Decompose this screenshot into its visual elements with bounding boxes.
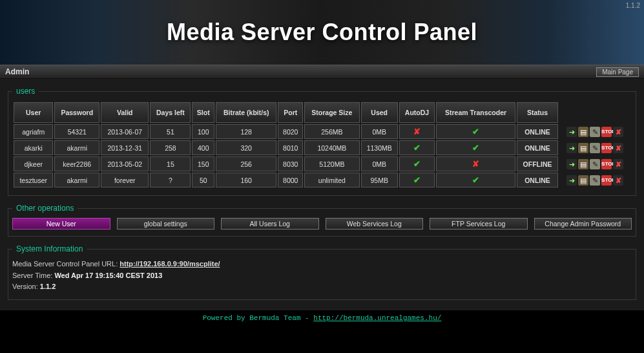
web-services-log-button[interactable]: Web Services Log bbox=[326, 218, 424, 230]
table-row: akarkiakarmi2013-12-31258400320801010240… bbox=[14, 140, 630, 155]
cell-used: 0MB bbox=[361, 156, 398, 171]
cell-bitrate: 256 bbox=[216, 156, 276, 171]
cell-days-left: ? bbox=[150, 173, 191, 187]
delete-user-icon[interactable]: ✘ bbox=[613, 143, 623, 153]
change-admin-password-button[interactable]: Change Admin Password bbox=[534, 218, 632, 230]
system-information-legend: System Information bbox=[12, 244, 87, 253]
login-as-icon[interactable]: ➜ bbox=[566, 143, 577, 153]
cell-bitrate: 320 bbox=[216, 140, 276, 155]
sysinfo-version-label: Version: bbox=[12, 283, 40, 290]
cell-user: tesztuser bbox=[14, 173, 53, 187]
cross-icon: ✘ bbox=[472, 159, 479, 169]
cell-bitrate: 160 bbox=[216, 173, 276, 187]
cell-password: keer2286 bbox=[54, 156, 99, 171]
cell-password: akarmi bbox=[54, 173, 99, 187]
users-col-11: Status bbox=[517, 102, 558, 123]
cell-status: OFFLINE bbox=[517, 156, 558, 171]
sysinfo-url-link[interactable]: http://192.168.0.9:90/mscplite/ bbox=[119, 260, 220, 268]
login-as-icon[interactable]: ➜ bbox=[566, 127, 577, 137]
cell-actions: ➜▤✎STOP✘ bbox=[559, 173, 630, 187]
cell-slot: 150 bbox=[192, 156, 214, 171]
cell-used: 0MB bbox=[361, 124, 398, 139]
users-col-3: Days left bbox=[150, 102, 191, 123]
users-fieldset: users UserPasswordValidDays leftSlotBitr… bbox=[8, 87, 636, 196]
footer: Powered by Bermuda Team - http://bermuda… bbox=[0, 310, 644, 328]
footer-link[interactable]: http://bermuda.unrealgames.hu/ bbox=[313, 314, 441, 322]
new-user-button[interactable]: New User bbox=[12, 218, 110, 230]
cell-days-left: 51 bbox=[150, 124, 191, 139]
ftp-services-log-button[interactable]: FTP Services Log bbox=[430, 218, 528, 230]
stop-user-icon[interactable]: STOP bbox=[601, 159, 612, 169]
delete-user-icon[interactable]: ✘ bbox=[613, 127, 623, 137]
edit-user-icon[interactable]: ✎ bbox=[590, 175, 600, 186]
login-as-icon[interactable]: ➜ bbox=[566, 175, 577, 186]
stop-user-icon[interactable]: STOP bbox=[601, 175, 612, 186]
cell-storage: 10240MB bbox=[304, 140, 359, 155]
cell-slot: 400 bbox=[192, 140, 214, 155]
cell-password: 54321 bbox=[54, 124, 99, 139]
users-col-10: Stream Transcoder bbox=[436, 102, 515, 123]
cell-actions: ➜▤✎STOP✘ bbox=[559, 156, 630, 171]
cell-valid: 2013-06-07 bbox=[101, 124, 149, 139]
table-row: tesztuserakarmiforever?501608000unlimite… bbox=[14, 173, 630, 187]
cell-valid: forever bbox=[101, 173, 149, 187]
cell-port: 8000 bbox=[278, 173, 303, 187]
cell-storage: 256MB bbox=[304, 124, 359, 139]
delete-user-icon[interactable]: ✘ bbox=[613, 175, 623, 186]
cell-password: akarmi bbox=[54, 140, 99, 155]
cell-bitrate: 128 bbox=[216, 124, 276, 139]
cell-autodj: ✔ bbox=[399, 156, 435, 171]
cell-transcoder: ✔ bbox=[436, 124, 515, 139]
sysinfo-url-label: Media Server Control Panel URL: bbox=[12, 260, 119, 268]
footer-text: Powered by Bermuda Team - bbox=[203, 314, 314, 322]
cell-autodj: ✔ bbox=[399, 173, 435, 187]
sysinfo-time: Wed Apr 17 19:15:40 CEST 2013 bbox=[54, 272, 162, 279]
users-col-1: Password bbox=[54, 102, 99, 123]
cell-storage: unlimited bbox=[304, 173, 359, 187]
sysinfo-version: 1.1.2 bbox=[40, 283, 56, 290]
version-top: 1.1.2 bbox=[626, 2, 640, 9]
cell-slot: 50 bbox=[192, 173, 214, 187]
login-as-icon[interactable]: ➜ bbox=[566, 159, 577, 169]
users-legend: users bbox=[12, 87, 39, 96]
cell-actions: ➜▤✎STOP✘ bbox=[559, 140, 630, 155]
check-icon: ✔ bbox=[472, 127, 479, 136]
view-log-icon[interactable]: ▤ bbox=[578, 175, 588, 186]
check-icon: ✔ bbox=[413, 175, 421, 185]
cell-storage: 5120MB bbox=[304, 156, 359, 171]
users-col-actions bbox=[559, 102, 630, 123]
edit-user-icon[interactable]: ✎ bbox=[590, 143, 600, 153]
cell-autodj: ✘ bbox=[399, 124, 435, 139]
all-users-log-button[interactable]: All Users Log bbox=[221, 218, 319, 230]
check-icon: ✔ bbox=[413, 143, 421, 153]
system-information-fieldset: System Information Media Server Control … bbox=[8, 244, 636, 300]
view-log-icon[interactable]: ▤ bbox=[578, 143, 588, 153]
page-title: Media Server Control Panel bbox=[167, 19, 477, 46]
table-row: agriafm543212013-06-07511001288020256MB0… bbox=[14, 124, 630, 139]
cross-icon: ✘ bbox=[413, 127, 421, 136]
edit-user-icon[interactable]: ✎ bbox=[590, 127, 600, 137]
users-col-7: Storage Size bbox=[304, 102, 359, 123]
header-banner: 1.1.2 Media Server Control Panel bbox=[0, 0, 644, 65]
cell-days-left: 258 bbox=[150, 140, 191, 155]
sysinfo-time-label: Server Time: bbox=[12, 272, 54, 279]
delete-user-icon[interactable]: ✘ bbox=[613, 159, 623, 169]
cell-transcoder: ✔ bbox=[436, 140, 515, 155]
users-table: UserPasswordValidDays leftSlotBitrate (k… bbox=[12, 101, 632, 189]
check-icon: ✔ bbox=[413, 159, 421, 169]
global-settings-button[interactable]: global settings bbox=[117, 218, 215, 230]
view-log-icon[interactable]: ▤ bbox=[578, 159, 588, 169]
topbar: Admin Main Page bbox=[0, 65, 644, 79]
stop-user-icon[interactable]: STOP bbox=[601, 143, 612, 153]
users-col-0: User bbox=[14, 102, 53, 123]
cell-days-left: 15 bbox=[150, 156, 191, 171]
users-col-6: Port bbox=[278, 102, 303, 123]
cell-status: ONLINE bbox=[517, 140, 558, 155]
main-page-button[interactable]: Main Page bbox=[596, 67, 639, 77]
view-log-icon[interactable]: ▤ bbox=[578, 127, 588, 137]
cell-valid: 2013-05-02 bbox=[101, 156, 149, 171]
stop-user-icon[interactable]: STOP bbox=[601, 127, 612, 137]
edit-user-icon[interactable]: ✎ bbox=[590, 159, 600, 169]
cell-used: 95MB bbox=[361, 173, 398, 187]
cell-user: agriafm bbox=[14, 124, 53, 139]
